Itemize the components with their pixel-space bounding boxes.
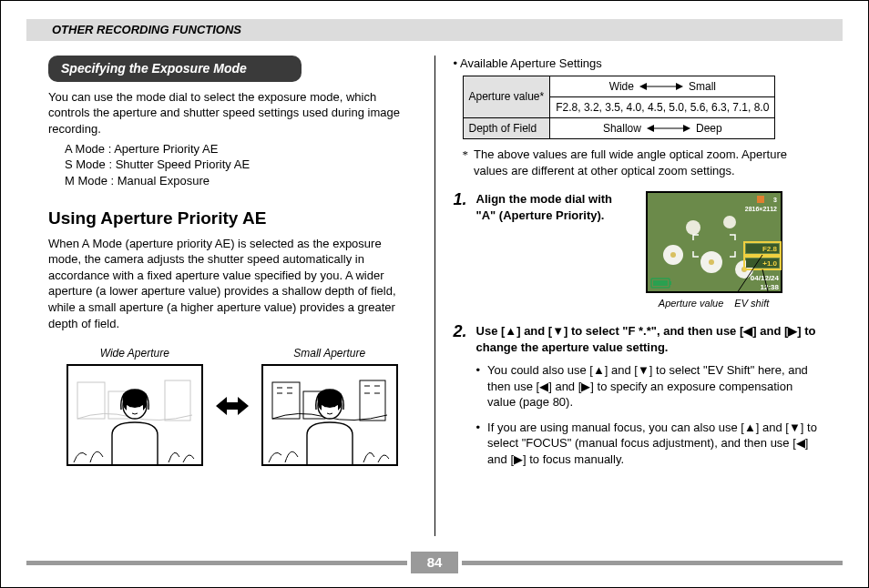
page-footer: 84: [26, 554, 843, 571]
step-2-bullets: You could also use [▲] and [▼] to select…: [476, 362, 821, 467]
lcd-ev: +1.0: [762, 259, 777, 268]
right-column: • Available Aperture Settings Aperture v…: [454, 56, 822, 536]
small-label: Small: [689, 79, 716, 94]
mode-a: A Mode : Aperture Priority AE: [65, 141, 416, 157]
wide-aperture-illustration: [66, 364, 203, 466]
lcd-caption-aperture: Aperture value: [659, 297, 724, 310]
aperture-diagram-row: Wide Aperture: [48, 346, 416, 466]
wide-aperture-caption: Wide Aperture: [100, 346, 169, 360]
step-2: 2 Use [▲] and [▼] to select "F *.*", and…: [454, 323, 822, 476]
step-1-text: Align the mode dial with "A" (Aperture P…: [476, 191, 631, 223]
two-column-layout: Specifying the Exposure Mode You can use…: [48, 56, 821, 536]
small-aperture-illustration: [261, 364, 398, 466]
wide-label: Wide: [609, 79, 634, 94]
step-2-bullet-1: You could also use [▲] and [▼] to select…: [476, 362, 821, 411]
row-aperture-label: Aperture value*: [463, 76, 550, 117]
section-title: OTHER RECORDING FUNCTIONS: [52, 22, 241, 38]
aperture-settings-table: Aperture value* Wide Small F2.8, 3.2, 3.…: [463, 76, 776, 140]
small-aperture-panel: Small Aperture: [261, 346, 398, 466]
svg-point-34: [709, 259, 714, 265]
shallow-label: Shallow: [603, 121, 641, 136]
row-dof-label: Depth of Field: [463, 117, 550, 138]
svg-marker-7: [216, 397, 249, 415]
svg-point-32: [670, 252, 676, 258]
range-double-arrow-icon: [639, 82, 683, 91]
mode-list: A Mode : Aperture Priority AE S Mode : S…: [65, 141, 416, 189]
range-double-arrow-icon: [647, 124, 690, 133]
page-number: 84: [411, 552, 459, 573]
svg-rect-39: [757, 196, 764, 203]
mode-m: M Mode : Manual Exposure: [65, 173, 416, 189]
svg-marker-28: [683, 125, 690, 132]
footnote: * The above values are full wide angle o…: [463, 147, 822, 178]
svg-point-6: [138, 405, 140, 408]
lcd-time: 12:38: [760, 283, 779, 291]
manual-page: OTHER RECORDING FUNCTIONS Specifying the…: [0, 0, 869, 588]
lcd-aperture: F2.8: [762, 245, 778, 253]
lcd-screenshot: 3 2816×2112 F2.8: [646, 191, 782, 293]
step-1: 1 Align the mode dial with "A" (Aperture…: [454, 191, 822, 310]
mode-s: S Mode : Shutter Speed Priority AE: [65, 157, 416, 173]
page-header-band: OTHER RECORDING FUNCTIONS: [26, 19, 843, 41]
procedure-steps: 1 Align the mode dial with "A" (Aperture…: [454, 191, 822, 476]
svg-point-5: [128, 405, 131, 408]
section-heading-pill: Specifying the Exposure Mode: [48, 56, 302, 82]
lcd-resolution: 2816×2112: [744, 206, 776, 212]
svg-point-22: [332, 405, 335, 408]
svg-marker-24: [639, 83, 647, 90]
svg-point-21: [323, 405, 326, 408]
svg-point-38: [723, 216, 736, 228]
lcd-preview: 3 2816×2112 F2.8: [646, 191, 782, 310]
intro-paragraph: You can use the mode dial to select the …: [48, 89, 416, 137]
subheading: Using Aperture Priority AE: [48, 207, 416, 230]
step-number: 1: [454, 191, 467, 310]
svg-marker-27: [647, 125, 654, 132]
footer-bar-right: [462, 561, 843, 565]
wide-aperture-panel: Wide Aperture: [66, 346, 203, 466]
svg-rect-45: [670, 281, 671, 285]
left-column: Specifying the Exposure Mode You can use…: [48, 56, 416, 536]
double-arrow-icon: [216, 395, 249, 417]
step-2-text: Use [▲] and [▼] to select "F *.*", and t…: [476, 323, 821, 355]
lcd-caption-row: Aperture value EV shift: [659, 297, 769, 310]
footnote-marker: *: [463, 147, 469, 178]
deep-label: Deep: [696, 121, 722, 136]
small-aperture-caption: Small Aperture: [293, 346, 365, 360]
subheading-body: When A Mode (aperture priority AE) is se…: [48, 236, 416, 331]
row-aperture-range: Wide Small: [550, 76, 775, 96]
svg-point-37: [686, 220, 700, 235]
available-settings-heading: • Available Aperture Settings: [454, 56, 822, 72]
row-aperture-values: F2.8, 3.2, 3.5, 4.0, 4.5, 5.0, 5.6, 6.3,…: [550, 96, 775, 117]
column-divider: [434, 56, 435, 536]
footnote-text: The above values are full wide angle opt…: [474, 147, 821, 178]
step-number: 2: [454, 323, 467, 476]
svg-rect-46: [653, 280, 668, 286]
svg-marker-25: [676, 83, 683, 90]
footer-bar-left: [26, 561, 407, 565]
row-dof-range: Shallow Deep: [550, 117, 775, 138]
lcd-caption-ev: EV shift: [734, 297, 769, 310]
step-2-bullet-2: If you are using manual focus, you can a…: [476, 420, 821, 468]
lcd-count: 3: [773, 197, 777, 203]
